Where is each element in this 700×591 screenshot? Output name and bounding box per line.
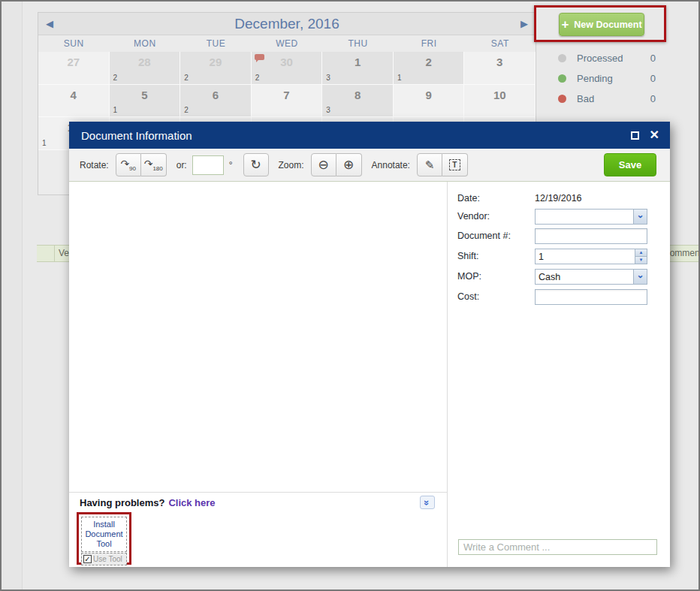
divider (69, 492, 447, 493)
comment-input[interactable] (458, 539, 657, 555)
checkbox-check-icon[interactable]: ✓ (83, 555, 92, 563)
install-document-tool-button[interactable]: InstallDocumentTool (81, 517, 127, 552)
dayname-mon: MON (110, 35, 181, 52)
doc-count-badge: 2 (255, 74, 260, 82)
annotate-label: Annotate: (372, 160, 410, 170)
shift-stepper[interactable]: 1 ▲ ▼ (535, 249, 647, 264)
legend-label: Processed (577, 53, 650, 64)
zoom-label: Zoom: (279, 160, 304, 170)
new-document-label: New Document (574, 20, 641, 30)
dialog-toolbar: Rotate: ↷90 ↷180 or: ° ↻ Zoom: ⊖ ⊕ Annot… (69, 149, 670, 182)
maximize-icon[interactable] (631, 131, 639, 140)
use-tool-checkbox[interactable]: ✓ Use Tool (81, 553, 127, 565)
calendar-day-10[interactable]: 10 (464, 85, 536, 117)
cost-label: Cost: (457, 291, 479, 302)
day-number: 5 (110, 85, 180, 101)
vendor-label: Vendor: (457, 211, 490, 222)
vendor-dropdown[interactable]: ⌄ (535, 209, 647, 225)
day-number: 28 (110, 52, 180, 68)
calendar-day-8[interactable]: 83 (322, 85, 394, 117)
comment-bubble-icon (255, 54, 264, 60)
zoom-out-icon[interactable]: ⊖ (311, 153, 336, 176)
dayname-tue: TUE (180, 35, 252, 52)
day-number: 1 (322, 52, 393, 68)
calendar-day-29[interactable]: 292 (180, 52, 252, 85)
calendar-day-27[interactable]: 27 (38, 52, 110, 85)
save-button[interactable]: Save (604, 153, 656, 176)
day-number: 2 (394, 52, 464, 68)
legend-dot-icon (558, 54, 566, 62)
text-annotate-icon[interactable]: T (442, 153, 468, 176)
legend-item-bad: Bad0 (546, 89, 675, 109)
collapse-chevron-icon[interactable]: » (420, 496, 435, 509)
day-number: 7 (252, 85, 322, 101)
doc-count-badge: 1 (113, 106, 118, 114)
doc-count-badge: 2 (184, 106, 189, 114)
calendar-day-3[interactable]: 3 (464, 52, 536, 85)
document-number-input[interactable] (535, 228, 647, 244)
dialog-titlebar: Document Information ✕ (69, 122, 670, 149)
rotate-degrees-input[interactable] (192, 155, 224, 175)
day-number: 29 (180, 52, 251, 68)
document-number-label: Document #: (457, 231, 511, 241)
doc-count-badge: 3 (326, 74, 330, 82)
legend-count: 0 (650, 53, 656, 64)
day-number: 9 (394, 85, 464, 101)
day-number: 6 (180, 85, 251, 101)
calendar-title: December, 2016 (61, 16, 513, 32)
day-number: 27 (38, 52, 109, 68)
pencil-annotate-icon[interactable]: ✎ (417, 153, 442, 176)
legend-label: Pending (577, 73, 650, 84)
mop-dropdown[interactable]: Cash ⌄ (535, 269, 647, 285)
sidebar-strip (2, 2, 23, 589)
day-number: 10 (464, 85, 535, 101)
date-value: 12/19/2016 (535, 193, 582, 204)
cost-input[interactable] (535, 289, 647, 305)
calendar-day-6[interactable]: 62 (180, 85, 252, 117)
calendar-day-28[interactable]: 282 (110, 52, 181, 85)
calendar-header: ◀ December, 2016 ▶ (38, 13, 536, 35)
dialog-title: Document Information (81, 129, 631, 142)
calendar-day-4[interactable]: 4 (38, 85, 110, 117)
new-document-button[interactable]: + New Document (559, 13, 644, 36)
or-label: or: (177, 160, 187, 170)
spin-down-icon[interactable]: ▼ (635, 257, 647, 264)
calendar-prev-icon[interactable]: ◀ (38, 18, 61, 29)
doc-count-badge: 2 (184, 74, 189, 82)
zoom-in-icon[interactable]: ⊕ (336, 153, 362, 176)
document-viewer-pane: Having problems?Click here » InstallDocu… (69, 182, 447, 567)
close-icon[interactable]: ✕ (650, 129, 659, 141)
use-tool-label: Use Tool (93, 555, 122, 563)
spin-up-icon[interactable]: ▲ (635, 249, 647, 257)
document-information-dialog: Document Information ✕ Rotate: ↷90 ↷180 … (69, 122, 670, 567)
legend-item-processed: Processed0 (546, 48, 675, 68)
legend-item-pending: Pending0 (546, 68, 675, 89)
dayname-sat: SAT (464, 35, 536, 52)
calendar-day-7[interactable]: 7 (252, 85, 323, 117)
having-problems-text: Having problems?Click here (80, 497, 216, 508)
day-number: 3 (464, 52, 535, 68)
apply-rotate-icon[interactable]: ↻ (243, 153, 269, 176)
calendar-day-5[interactable]: 51 (110, 85, 181, 117)
document-form-pane: Date: 12/19/2016 Vendor: ⌄ Document #: S… (448, 182, 670, 567)
rotate-90-button[interactable]: ↷90 (116, 153, 141, 176)
degree-symbol: ° (229, 160, 233, 170)
calendar-day-1[interactable]: 13 (322, 52, 394, 85)
calendar-day-2[interactable]: 21 (394, 52, 465, 85)
legend-dot-icon (558, 74, 566, 83)
chevron-down-icon[interactable]: ⌄ (633, 210, 647, 224)
chevron-down-icon[interactable]: ⌄ (633, 270, 647, 284)
calendar-next-icon[interactable]: ▶ (513, 18, 536, 29)
calendar-day-9[interactable]: 9 (394, 85, 465, 117)
click-here-link[interactable]: Click here (168, 497, 215, 508)
dayname-thu: THU (322, 35, 394, 52)
legend-count: 0 (650, 93, 656, 104)
rotate-180-button[interactable]: ↷180 (141, 153, 167, 176)
day-number: 8 (322, 85, 393, 101)
doc-count-badge: 1 (42, 139, 47, 147)
calendar-day-30[interactable]: 302 (252, 52, 323, 85)
dayname-sun: SUN (38, 35, 110, 52)
legend-count: 0 (650, 73, 656, 84)
legend-label: Bad (577, 93, 650, 104)
app-window: ◀ December, 2016 ▶ SUNMONTUEWEDTHUFRISAT… (0, 0, 700, 591)
